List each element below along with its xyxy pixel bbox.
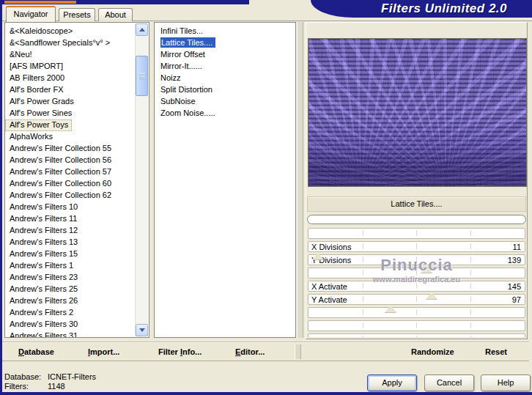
filter-item-label: SubNoise bbox=[160, 97, 196, 106]
slider-thumb-icon[interactable] bbox=[312, 253, 324, 259]
database-button[interactable]: Database bbox=[18, 343, 54, 361]
status-database-value: ICNET-Filters bbox=[48, 372, 96, 382]
category-list-items: &<Kaleidoscope>&<Sandflower Specials°v° … bbox=[5, 26, 136, 338]
slider-row-empty bbox=[308, 307, 525, 318]
filter-item-label: Mirror-It...... bbox=[160, 62, 202, 70]
category-item[interactable]: Andrew's Filters 26 bbox=[5, 295, 136, 307]
panel-divider bbox=[297, 22, 303, 338]
category-item[interactable]: Andrew's Filters 10 bbox=[5, 202, 136, 213]
label-part: atabase bbox=[24, 347, 54, 356]
scroll-down-button[interactable] bbox=[136, 324, 148, 336]
slider-label: Y Activate bbox=[311, 295, 347, 304]
status-database-label: Database: bbox=[4, 372, 45, 382]
tab-navigator[interactable]: Navigator bbox=[6, 6, 56, 22]
app-title: Filters Unlimited 2.0 bbox=[381, 1, 507, 16]
category-item[interactable]: Andrew's Filters 2 bbox=[5, 307, 136, 319]
category-item[interactable]: Andrew's Filter Collection 62 bbox=[5, 190, 136, 202]
slider-thumb-icon[interactable] bbox=[385, 306, 396, 312]
slider-x-activate[interactable]: X Activate145 bbox=[308, 281, 525, 292]
status-area: Database: Filters: ICNET-Filters 1148 bbox=[4, 372, 96, 391]
filter-info-button[interactable]: Filter Info... bbox=[158, 343, 202, 361]
slider-x-divisions[interactable]: X Divisions11 bbox=[308, 241, 525, 252]
cancel-button[interactable]: Cancel bbox=[424, 374, 474, 391]
scrollbar-thumb[interactable] bbox=[136, 56, 148, 96]
status-filters-value: 1148 bbox=[48, 382, 96, 391]
filter-item[interactable]: Split Distortion bbox=[155, 84, 295, 96]
category-scrollbar[interactable] bbox=[135, 23, 148, 336]
filter-item[interactable]: Infini Tiles... bbox=[155, 26, 295, 37]
slider-row-empty bbox=[308, 333, 525, 337]
filter-item-label: Zoom Noise..... bbox=[160, 108, 215, 117]
filter-item[interactable]: SubNoise bbox=[155, 96, 295, 108]
filter-item-label: Mirror Offset bbox=[160, 50, 205, 59]
category-item[interactable]: [AFS IMPORT] bbox=[5, 61, 136, 73]
filter-item[interactable]: Mirror-It...... bbox=[155, 61, 295, 73]
category-item[interactable]: Andrew's Filters 11 bbox=[5, 213, 136, 225]
category-item[interactable]: &<Kaleidoscope> bbox=[5, 26, 136, 37]
category-item[interactable]: Alf's Power Grads bbox=[5, 96, 136, 108]
scroll-up-button[interactable] bbox=[136, 23, 148, 36]
status-filters-label: Filters: bbox=[4, 382, 45, 391]
category-list[interactable]: &<Kaleidoscope>&<Sandflower Specials°v° … bbox=[4, 22, 149, 338]
category-item[interactable]: Andrew's Filters 15 bbox=[5, 248, 136, 260]
slider-y-divisions[interactable]: Y Divisions139 bbox=[308, 254, 525, 265]
slider-value: 11 bbox=[513, 243, 521, 251]
category-item[interactable]: Andrew's Filters 1 bbox=[5, 260, 136, 272]
tab-label: Presets bbox=[63, 10, 90, 19]
category-item[interactable]: AB Filters 2000 bbox=[5, 73, 136, 84]
help-button[interactable]: Help bbox=[481, 374, 531, 391]
slider-thumb-icon[interactable] bbox=[426, 292, 437, 299]
filter-item[interactable]: Zoom Noise..... bbox=[155, 108, 295, 119]
category-item[interactable]: AlphaWorks bbox=[5, 131, 136, 143]
filter-item[interactable]: Mirror Offset bbox=[155, 49, 295, 61]
slider-row-empty bbox=[308, 228, 525, 239]
category-item[interactable]: Andrew's Filters 25 bbox=[5, 284, 136, 295]
bottom-toolbar: Database Import... Filter Info... Editor… bbox=[2, 342, 529, 361]
category-item[interactable]: Andrew's Filter Collection 56 bbox=[5, 155, 136, 166]
slider-value: 97 bbox=[512, 295, 521, 304]
scrollbar-grip-icon bbox=[139, 73, 145, 79]
category-item[interactable]: &<Sandflower Specials°v° > bbox=[5, 37, 136, 49]
filter-item[interactable]: Lattice Tiles.... bbox=[155, 37, 295, 49]
filter-item-label: Split Distortion bbox=[160, 85, 213, 94]
filter-list[interactable]: Infini Tiles...Lattice Tiles....Mirror O… bbox=[154, 22, 296, 338]
tab-presets[interactable]: Presets bbox=[59, 8, 95, 21]
filter-item-label: Lattice Tiles.... bbox=[160, 37, 215, 48]
category-item[interactable]: Andrew's Filters 30 bbox=[5, 319, 136, 331]
category-item[interactable]: Andrew's Filters 12 bbox=[5, 225, 136, 237]
import-button[interactable]: Import... bbox=[88, 343, 119, 361]
category-item[interactable]: Andrew's Filter Collection 60 bbox=[5, 178, 136, 190]
slider-thumb-icon[interactable] bbox=[421, 266, 432, 273]
filter-item-label: Infini Tiles... bbox=[160, 26, 203, 35]
title-bar: Filters Unlimited 2.0 bbox=[311, 0, 532, 18]
label-part: mport... bbox=[90, 347, 119, 356]
category-item[interactable]: Alf's Border FX bbox=[5, 84, 136, 96]
category-item[interactable]: &Neu! bbox=[5, 49, 136, 61]
label-part: nfo... bbox=[182, 347, 202, 356]
progress-bar bbox=[307, 215, 526, 224]
tab-about[interactable]: About bbox=[98, 8, 133, 21]
category-item[interactable]: Alf's Power Sines bbox=[5, 108, 136, 119]
category-item[interactable]: Andrew's Filters 23 bbox=[5, 272, 136, 284]
category-item[interactable]: Andrew's Filter Collection 57 bbox=[5, 166, 136, 178]
active-tab-accent bbox=[4, 1, 76, 4]
category-item[interactable]: Alf's Power Toys bbox=[5, 119, 72, 131]
apply-button[interactable]: Apply bbox=[367, 374, 417, 391]
editor-button[interactable]: Editor... bbox=[235, 343, 265, 361]
category-item[interactable]: Andrew's Filters 31 bbox=[5, 331, 136, 338]
randomize-button[interactable]: Randomize bbox=[411, 343, 454, 361]
category-item[interactable]: Andrew's Filter Collection 55 bbox=[5, 143, 136, 155]
slider-y-activate[interactable]: Y Activate97 bbox=[308, 294, 525, 305]
filters-unlimited-dialog: Filters Unlimited 2.0 Navigator Presets … bbox=[0, 0, 532, 395]
window-bottom-edge bbox=[0, 392, 532, 395]
category-item[interactable]: Andrew's Filters 13 bbox=[5, 237, 136, 248]
filter-item[interactable]: Noizz bbox=[155, 73, 295, 84]
label-part: D bbox=[18, 347, 24, 356]
label-part: ditor... bbox=[240, 347, 265, 356]
reset-button[interactable]: Reset bbox=[485, 343, 507, 361]
window-left-edge bbox=[0, 0, 2, 395]
slider-row-empty bbox=[308, 267, 525, 278]
tab-label: About bbox=[105, 10, 126, 19]
slider-value: 139 bbox=[508, 256, 521, 265]
toolbar-divider bbox=[295, 344, 301, 359]
